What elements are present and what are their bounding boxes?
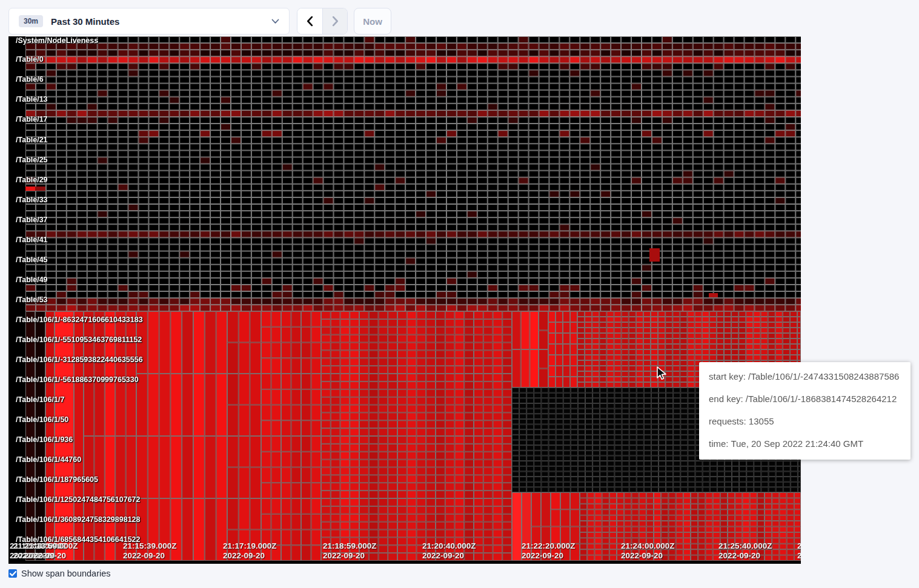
tooltip-line: requests: 13055: [709, 415, 901, 428]
chevron-left-icon: [304, 15, 317, 28]
time-range-label: Past 30 Minutes: [51, 16, 119, 27]
check-icon: [10, 571, 16, 576]
key-visualizer: /System/NodeLiveness/Table/0/Table/6/Tab…: [8, 36, 801, 564]
tooltip-line: end key: /Table/106/1/-18683814745282642…: [709, 392, 901, 405]
tooltip-line: start key: /Table/106/1/-247433150824388…: [709, 370, 901, 383]
key-visualizer-canvas[interactable]: [8, 36, 801, 564]
show-span-boundaries-label: Show span boundaries: [21, 569, 111, 578]
time-forward-button[interactable]: [322, 8, 347, 34]
chevron-down-icon: [271, 19, 279, 24]
hover-tooltip: start key: /Table/106/1/-247433150824388…: [699, 362, 911, 460]
time-range-select[interactable]: 30m Past 30 Minutes: [8, 8, 290, 35]
time-nav-group: [297, 8, 348, 35]
span-boundaries-row: Show span boundaries: [8, 569, 111, 578]
chevron-right-icon: [328, 15, 342, 28]
time-back-button[interactable]: [297, 8, 322, 34]
time-range-badge: 30m: [19, 15, 43, 27]
show-span-boundaries-checkbox[interactable]: [8, 569, 17, 578]
now-button[interactable]: Now: [354, 8, 391, 35]
tooltip-line: time: Tue, 20 Sep 2022 21:24:40 GMT: [709, 437, 901, 450]
